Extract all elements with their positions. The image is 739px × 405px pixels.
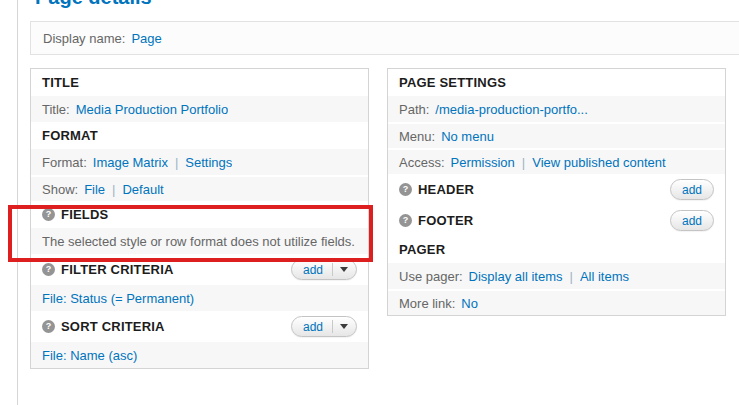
section-header-label: HEADER — [418, 182, 474, 197]
section-header-label: FIELDS — [61, 207, 108, 222]
item-link[interactable]: Display all items — [469, 269, 563, 284]
item-row: Title:Media Production Portfolio — [31, 96, 368, 122]
item-label: More link: — [399, 296, 455, 311]
display-name-link[interactable]: Page — [131, 31, 161, 46]
button-divider — [332, 263, 333, 276]
item-row: Menu:No menu — [388, 122, 725, 148]
add-button[interactable]: add — [670, 179, 714, 200]
item-row: Show:File|Default — [31, 175, 368, 201]
item-link[interactable]: No — [461, 296, 478, 311]
item-link[interactable]: File — [84, 182, 105, 197]
section-header-format: FORMAT — [31, 122, 368, 149]
section-header-label: FORMAT — [42, 128, 98, 143]
add-button-label[interactable]: add — [303, 320, 323, 334]
item-label: Show: — [42, 182, 78, 197]
section-header-label: PAGE SETTINGS — [399, 75, 506, 90]
item-row: File: Status (= Permanent) — [31, 285, 368, 311]
section-header-header: ?HEADERadd — [388, 174, 725, 205]
item-label: Format: — [42, 155, 87, 170]
item-row: Use pager:Display all items|All items — [388, 263, 725, 289]
section-header-page-settings: PAGE SETTINGS — [388, 69, 725, 96]
item-link[interactable]: Permission — [451, 155, 515, 170]
section-header-label: FOOTER — [418, 213, 473, 228]
button-divider — [332, 320, 333, 333]
item-link[interactable]: File: Status (= Permanent) — [42, 291, 194, 306]
help-icon[interactable]: ? — [42, 263, 55, 276]
section-header-filter-criteria: ?FILTER CRITERIAadd — [31, 254, 368, 285]
item-label: Access: — [399, 155, 445, 170]
content-left-divider — [17, 0, 18, 405]
item-label: Use pager: — [399, 269, 463, 284]
section-header-sort-criteria: ?SORT CRITERIAadd — [31, 311, 368, 342]
item-row: Access:Permission|View published content — [388, 148, 725, 174]
page-title: Page details — [35, 0, 152, 9]
right-settings-column: PAGE SETTINGSPath:/media-production-port… — [387, 68, 726, 316]
display-name-label: Display name: — [43, 31, 125, 46]
link-separator: | — [175, 155, 178, 170]
item-link[interactable]: No menu — [441, 129, 494, 144]
item-link[interactable]: Default — [122, 182, 163, 197]
item-label: Path: — [399, 102, 429, 117]
help-icon[interactable]: ? — [42, 320, 55, 333]
link-separator: | — [570, 269, 573, 284]
item-link[interactable]: Image Matrix — [93, 155, 168, 170]
item-link[interactable]: View published content — [532, 155, 665, 170]
section-header-label: SORT CRITERIA — [61, 319, 165, 334]
item-row: More link:No — [388, 289, 725, 315]
section-header-label: FILTER CRITERIA — [61, 262, 174, 277]
item-link[interactable]: All items — [580, 269, 629, 284]
section-header-title: TITLE — [31, 69, 368, 96]
note-text: The selected style or row format does no… — [42, 234, 355, 249]
section-header-fields: ?FIELDS — [31, 201, 368, 228]
item-label: Title: — [42, 102, 70, 117]
item-link[interactable]: /media-production-portfo... — [435, 102, 587, 117]
section-header-footer: ?FOOTERadd — [388, 205, 725, 236]
chevron-down-icon[interactable] — [340, 324, 348, 329]
link-separator: | — [522, 155, 525, 170]
add-dropdown-button[interactable]: add — [291, 259, 357, 280]
item-row: File: Name (asc) — [31, 342, 368, 368]
item-row: Path:/media-production-portfo... — [388, 96, 725, 122]
item-link[interactable]: Settings — [185, 155, 232, 170]
item-link[interactable]: Media Production Portfolio — [76, 102, 228, 117]
item-label: Menu: — [399, 129, 435, 144]
note-row: The selected style or row format does no… — [31, 228, 368, 254]
display-name-box: Display name: Page — [30, 21, 739, 55]
link-separator: | — [112, 182, 115, 197]
chevron-down-icon[interactable] — [340, 267, 348, 272]
item-link[interactable]: File: Name (asc) — [42, 348, 137, 363]
add-button[interactable]: add — [670, 210, 714, 231]
help-icon[interactable]: ? — [399, 214, 412, 227]
help-icon[interactable]: ? — [42, 208, 55, 221]
add-button-label[interactable]: add — [303, 263, 323, 277]
section-header-label: PAGER — [399, 242, 445, 257]
help-icon[interactable]: ? — [399, 183, 412, 196]
section-header-label: TITLE — [42, 75, 79, 90]
section-header-pager: PAGER — [388, 236, 725, 263]
left-settings-column: TITLETitle:Media Production PortfolioFOR… — [30, 68, 369, 369]
add-dropdown-button[interactable]: add — [291, 316, 357, 337]
item-row: Format:Image Matrix|Settings — [31, 149, 368, 175]
